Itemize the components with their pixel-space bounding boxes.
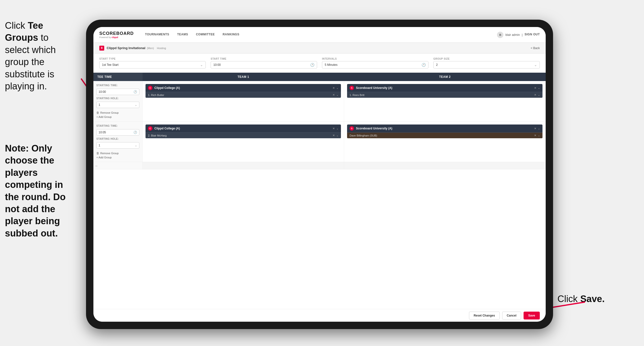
team2-expand-1[interactable]: ⌄ <box>538 86 540 90</box>
starting-hole-value-2: 1 <box>98 144 100 147</box>
group-1-team2-cell: S Scoreboard University (A) ✕ ⌄ 1. Rees … <box>344 81 546 121</box>
team2-close-1[interactable]: ✕ <box>534 86 536 90</box>
team1-close-1[interactable]: ✕ <box>332 86 335 90</box>
start-time-label: Start Time <box>211 57 317 60</box>
player-4-close[interactable]: ✕ <box>534 134 536 137</box>
th-team2: Team 2 <box>344 73 546 81</box>
intervals-field: Intervals 5 Minutes 🕐 <box>322 57 428 68</box>
remove-icon-2: 🗑 <box>96 151 99 155</box>
player-3-controls: ✕ ⌄ <box>332 134 338 137</box>
group-2-team1-cell: C Clippd College (A) ✕ ⌄ 2. Blair McHarg… <box>142 122 344 162</box>
group-1-actions: 🗑 Remove Group + Add Group <box>96 111 139 118</box>
group-2-team1-header: C Clippd College (A) ✕ ⌄ <box>146 124 341 132</box>
team2-icon-2: S <box>350 126 354 131</box>
player-2-close[interactable]: ✕ <box>534 93 536 96</box>
logo-powered: Powered by clippd <box>99 36 134 38</box>
add-group-1-button[interactable]: + Add Group <box>96 115 139 118</box>
team2-controls-1: ✕ ⌄ <box>534 86 540 90</box>
group-size-field: Group Size 2 ⌄ <box>433 57 540 68</box>
group-1-team1-player-1[interactable]: 1. Rich Butler ✕ ⌄ <box>146 92 341 98</box>
starting-time-input-1[interactable]: 10:00 🕐 <box>96 89 139 95</box>
starting-time-value-1: 10:00 <box>98 90 106 94</box>
player-3-expand[interactable]: ⌄ <box>336 134 338 137</box>
start-type-value: 1st Tee Start <box>102 63 118 66</box>
group-row-1: STARTING TIME: 10:00 🕐 STARTING HOLE: 1 … <box>94 81 546 122</box>
group-1-side-panel: STARTING TIME: 10:00 🕐 STARTING HOLE: 1 … <box>94 81 142 121</box>
group-2-team1-player-1[interactable]: 2. Blair McHarg ✕ ⌄ <box>146 132 341 138</box>
group-3-partial-team1 <box>142 162 344 169</box>
start-time-field: Start Time 10:00 🕐 <box>211 57 317 68</box>
group-size-label: Group Size <box>433 57 540 60</box>
team2-expand-2[interactable]: ⌄ <box>538 127 540 130</box>
add-group-2-label: + Add Group <box>96 156 112 159</box>
group-2-team2-cell: S Scoreboard University (A) ✕ ⌄ Dave Bil… <box>344 122 546 162</box>
footer-bar: Reset Changes Cancel Save <box>94 309 546 322</box>
settings-row: Start Type 1st Tee Start ⌄ Start Time 10… <box>94 53 546 73</box>
player-2-expand[interactable]: ⌄ <box>538 93 540 96</box>
nav-separator: | <box>522 33 522 36</box>
save-button[interactable]: Save <box>524 312 540 320</box>
starting-hole-value-1: 1 <box>98 103 100 107</box>
group-3-partial-side: ... <box>94 162 142 169</box>
group-2-team2-sub-name: Dave Billingham (SUB) <box>350 134 532 137</box>
start-type-input[interactable]: 1st Tee Start ⌄ <box>99 61 206 68</box>
intervals-input[interactable]: 5 Minutes 🕐 <box>322 61 428 68</box>
intervals-label: Intervals <box>322 57 428 60</box>
player-1-expand[interactable]: ⌄ <box>336 93 338 96</box>
player-1-close[interactable]: ✕ <box>332 93 335 96</box>
add-group-2-button[interactable]: + Add Group <box>96 156 139 159</box>
group-1-team1-player-1-name: 1. Rich Butler <box>148 94 330 96</box>
nav-bar: SCOREBOARD Powered by clippd TOURNAMENTS… <box>94 27 546 43</box>
annotation-tee-groups: Click Tee Groups to select which group t… <box>0 15 79 97</box>
starting-hole-label-2: STARTING HOLE: <box>96 137 139 140</box>
team2-icon-1: S <box>350 86 354 90</box>
group-1-team2-player-1[interactable]: 1. Rees Britt ✕ ⌄ <box>347 92 542 98</box>
remove-group-1-button[interactable]: 🗑 Remove Group <box>96 111 139 114</box>
starting-hole-arrow-1: ⌄ <box>135 103 137 107</box>
team1-close-2[interactable]: ✕ <box>332 127 335 130</box>
starting-hole-input-2[interactable]: 1 ⌄ <box>96 142 139 149</box>
nav-committee[interactable]: COMMITTEE <box>192 27 219 42</box>
nav-rankings[interactable]: RANKINGS <box>219 27 243 42</box>
remove-group-2-button[interactable]: 🗑 Remove Group <box>96 151 139 155</box>
starting-hole-input-1[interactable]: 1 ⌄ <box>96 102 139 108</box>
logo-clippd: clippd <box>112 36 118 38</box>
team1-controls-1: ✕ ⌄ <box>332 86 338 90</box>
team1-expand-1[interactable]: ⌄ <box>336 86 338 90</box>
logo-area: SCOREBOARD Powered by clippd <box>99 31 134 38</box>
team1-icon-2: C <box>148 126 152 131</box>
group-1-team2-entry[interactable]: S Scoreboard University (A) ✕ ⌄ 1. Rees … <box>347 84 542 98</box>
remove-icon-1: 🗑 <box>96 111 99 114</box>
back-button[interactable]: < Back <box>531 46 540 50</box>
sub-bar-title: Clippd Spring Invitational <box>107 46 145 50</box>
team2-close-2[interactable]: ✕ <box>534 127 536 130</box>
sub-bar-icon: B <box>99 46 104 50</box>
group-2-team2-sub-player[interactable]: Dave Billingham (SUB) ✕ ⌄ <box>347 132 542 138</box>
start-time-input[interactable]: 10:00 🕐 <box>211 61 317 68</box>
intervals-arrow: 🕐 <box>422 63 426 67</box>
group-2-team2-entry[interactable]: S Scoreboard University (A) ✕ ⌄ Dave Bil… <box>347 124 542 138</box>
start-type-field: Start Type 1st Tee Start ⌄ <box>99 57 206 68</box>
starting-time-value-2: 10:05 <box>98 131 106 134</box>
sign-out-link[interactable]: Sign out <box>524 33 540 37</box>
remove-group-2-label: Remove Group <box>100 152 119 155</box>
group-1-team1-header: C Clippd College (A) ✕ ⌄ <box>146 84 341 92</box>
group-size-input[interactable]: 2 ⌄ <box>433 61 540 68</box>
group-2-team2-name: Scoreboard University (A) <box>356 127 532 130</box>
cancel-button[interactable]: Cancel <box>502 312 521 320</box>
group-2-team1-entry[interactable]: C Clippd College (A) ✕ ⌄ 2. Blair McHarg… <box>146 124 341 138</box>
nav-tournaments[interactable]: TOURNAMENTS <box>141 27 173 42</box>
reset-changes-button[interactable]: Reset Changes <box>469 312 500 320</box>
table-header: Tee Time Team 1 Team 2 <box>94 73 546 81</box>
starting-hole-label-1: STARTING HOLE: <box>96 97 139 100</box>
group-1-team1-entry[interactable]: C Clippd College (A) ✕ ⌄ 1. Rich Butler … <box>146 84 341 98</box>
starting-time-input-2[interactable]: 10:05 🕐 <box>96 129 139 136</box>
team1-expand-2[interactable]: ⌄ <box>336 127 338 130</box>
nav-username: blair admin <box>505 33 520 36</box>
group-1-team1-cell: C Clippd College (A) ✕ ⌄ 1. Rich Butler … <box>142 81 344 121</box>
player-3-close[interactable]: ✕ <box>332 134 335 137</box>
team1-controls-2: ✕ ⌄ <box>332 127 338 130</box>
sub-bar-tag: (Men) <box>147 47 154 50</box>
player-4-expand[interactable]: ⌄ <box>538 134 540 137</box>
nav-teams[interactable]: TEAMS <box>173 27 192 42</box>
